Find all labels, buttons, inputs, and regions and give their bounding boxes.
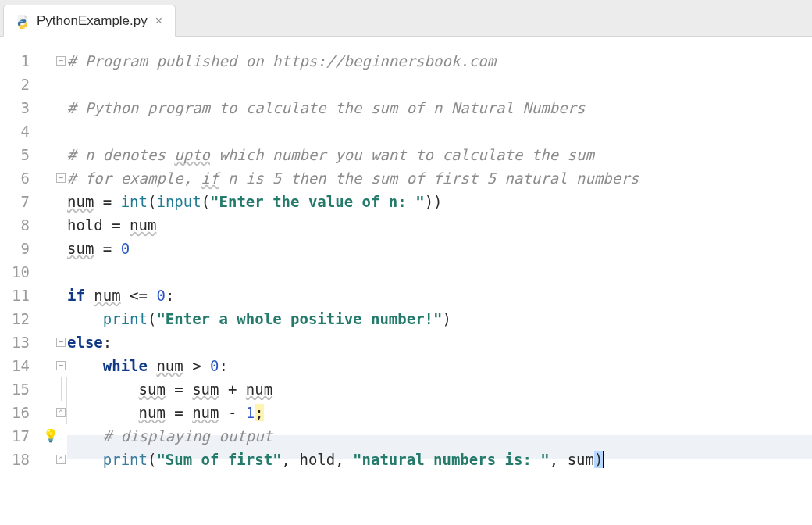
code-area[interactable]: # Program published on https://beginners…: [67, 37, 812, 525]
code-token: num: [139, 404, 166, 421]
code-token: , sum: [550, 451, 594, 468]
code-line[interactable]: num = num - 1;: [67, 401, 812, 424]
code-line[interactable]: [67, 260, 812, 284]
code-line[interactable]: # Program published on https://beginners…: [67, 49, 812, 73]
code-token: sum: [139, 380, 166, 398]
line-number: 18: [0, 448, 30, 471]
code-token: "Enter a whole positive number!": [156, 310, 442, 327]
fold-toggle-icon[interactable]: −: [56, 361, 66, 370]
svg-point-0: [21, 20, 22, 20]
text-caret: [603, 451, 604, 468]
code-token: 0: [121, 240, 130, 257]
fold-cell: [36, 73, 67, 96]
line-number: 4: [0, 120, 30, 143]
fold-cell: [36, 307, 67, 330]
code-line[interactable]: print("Sum of first", hold, "natural num…: [67, 448, 812, 471]
tab-bar: PythonExample.py ×: [0, 0, 812, 37]
fold-cell: [36, 260, 67, 284]
code-token: num: [130, 216, 156, 234]
code-token: ): [442, 310, 451, 327]
code-token: # Program published on https://beginners…: [67, 52, 496, 70]
code-line[interactable]: # Python program to calculate the sum of…: [67, 96, 812, 120]
fold-cell: −: [36, 49, 67, 73]
code-editor[interactable]: 123456789101112131415161718 −−−−⌃💡⌃ # Pr…: [0, 37, 812, 525]
fold-end-icon[interactable]: ⌃: [56, 455, 66, 464]
code-token: ;: [255, 404, 263, 421]
line-number: 15: [0, 377, 30, 401]
line-number: 11: [0, 284, 30, 307]
code-line[interactable]: sum = sum + num: [67, 377, 812, 401]
code-token: =: [94, 193, 120, 210]
code-line[interactable]: sum = 0: [67, 237, 812, 260]
code-token: =: [94, 240, 120, 257]
fold-end-icon[interactable]: ⌃: [56, 408, 66, 417]
fold-cell: [36, 190, 67, 213]
code-token: +: [219, 380, 246, 398]
line-number: 6: [0, 166, 30, 190]
code-token: 0: [156, 287, 165, 304]
code-line[interactable]: if num <= 0:: [67, 284, 812, 307]
code-token: 0: [210, 357, 219, 374]
code-line[interactable]: print("Enter a whole positive number!"): [67, 307, 812, 330]
code-token: # n denotes: [67, 146, 174, 163]
code-token: (: [148, 451, 156, 468]
code-line[interactable]: # for example, if n is 5 then the sum of…: [67, 166, 812, 190]
fold-cell: −: [36, 354, 67, 377]
code-token: print: [103, 451, 148, 468]
code-line[interactable]: else:: [67, 330, 812, 354]
code-token: # Python program to calculate the sum of…: [67, 99, 585, 116]
line-number: 13: [0, 330, 30, 354]
code-token: num: [156, 357, 183, 374]
svg-point-1: [23, 27, 24, 28]
tab-active[interactable]: PythonExample.py ×: [3, 5, 176, 37]
code-line[interactable]: # n denotes upto which number you want t…: [67, 143, 812, 166]
fold-cell: [36, 377, 67, 401]
tab-filename: PythonExample.py: [37, 13, 148, 29]
fold-cell: −: [36, 330, 67, 354]
code-line[interactable]: # displaying output: [67, 424, 812, 448]
code-line[interactable]: num = int(input("Enter the value of n: "…: [67, 190, 812, 213]
code-line[interactable]: [67, 120, 812, 143]
line-number: 9: [0, 237, 30, 260]
fold-cell: [36, 143, 67, 166]
code-line[interactable]: while num > 0:: [67, 354, 812, 377]
code-token: :: [219, 357, 228, 374]
code-token: input: [156, 193, 201, 210]
code-token: which number you want to calculate the s…: [210, 146, 594, 163]
line-number: 16: [0, 401, 30, 424]
code-token: else: [67, 334, 103, 351]
line-number: 14: [0, 354, 30, 377]
fold-toggle-icon[interactable]: −: [56, 56, 66, 66]
code-token: [85, 287, 94, 304]
code-token: num: [246, 380, 272, 398]
code-token: :: [103, 334, 112, 351]
line-number-gutter: 123456789101112131415161718: [0, 37, 36, 525]
fold-toggle-icon[interactable]: −: [56, 173, 66, 183]
fold-toggle-icon[interactable]: −: [56, 338, 66, 347]
fold-cell: 💡: [36, 424, 67, 448]
code-token: # displaying output: [103, 427, 272, 445]
fold-cell: ⌃: [36, 448, 67, 471]
tab-close-icon[interactable]: ×: [154, 14, 164, 28]
code-token: >: [183, 357, 210, 374]
intention-bulb-icon[interactable]: 💡: [43, 424, 59, 448]
code-token: :: [166, 287, 174, 304]
code-line[interactable]: hold = num: [67, 213, 812, 237]
line-number: 5: [0, 143, 30, 166]
code-token: 1: [246, 404, 255, 421]
code-token: "natural numbers is: ": [353, 451, 550, 468]
code-token: print: [103, 310, 148, 327]
code-token: if: [67, 287, 85, 304]
code-token: "Sum of first": [156, 451, 281, 468]
code-token: num: [192, 404, 219, 421]
python-file-icon: [15, 13, 30, 29]
fold-column: −−−−⌃💡⌃: [36, 37, 67, 525]
fold-cell: [36, 213, 67, 237]
fold-cell: [36, 120, 67, 143]
line-number: 3: [0, 96, 30, 120]
line-number: 7: [0, 190, 30, 213]
line-number: 2: [0, 73, 30, 96]
code-token: if: [201, 170, 219, 187]
code-line[interactable]: [67, 73, 812, 96]
code-token: hold: [67, 216, 112, 234]
